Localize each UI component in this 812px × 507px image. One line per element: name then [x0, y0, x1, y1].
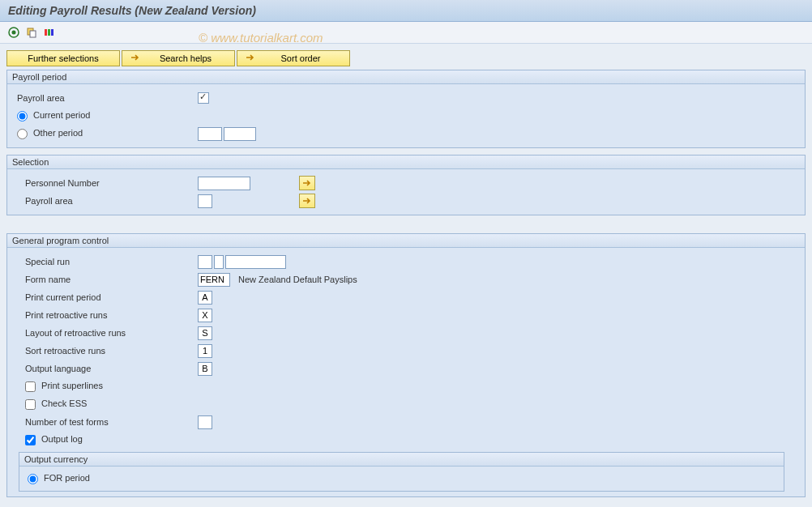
sort-retro-input[interactable]	[198, 344, 212, 358]
other-period-input-2[interactable]	[224, 127, 256, 141]
svg-rect-3	[30, 31, 36, 37]
for-period-label: FOR period	[44, 473, 90, 483]
output-lang-input[interactable]	[198, 362, 212, 376]
execute-icon[interactable]	[6, 25, 21, 40]
special-run-label: Special run	[15, 257, 198, 266]
layout-retro-input[interactable]	[198, 326, 212, 340]
arrow-right-icon	[130, 53, 140, 63]
for-period-row[interactable]: FOR period	[28, 473, 90, 484]
special-run-input-1[interactable]	[198, 255, 212, 269]
current-period-radio[interactable]	[17, 111, 28, 121]
output-lang-label: Output language	[15, 364, 198, 373]
other-period-row[interactable]: Other period	[15, 128, 198, 139]
selection-group: Selection Personnel Number Payroll area	[6, 155, 806, 215]
page-title: Editing Payroll Results (New Zealand Ver…	[0, 0, 812, 22]
svg-rect-6	[51, 29, 53, 36]
output-log-checkbox[interactable]	[25, 435, 36, 445]
current-period-label: Current period	[33, 110, 90, 120]
personnel-number-multiselect-button[interactable]	[299, 176, 315, 190]
svg-rect-4	[45, 29, 47, 36]
color-icon[interactable]	[42, 25, 57, 40]
check-ess-row[interactable]: Check ESS	[15, 398, 198, 410]
variant-icon[interactable]	[24, 25, 39, 40]
other-period-input-1[interactable]	[198, 127, 222, 141]
selection-buttons-row: Further selections Search helps Sort ord…	[6, 50, 806, 66]
group-header: General program control	[7, 234, 805, 248]
svg-rect-5	[48, 29, 50, 36]
output-currency-group: Output currency FOR period	[19, 452, 784, 492]
button-label: Further selections	[28, 53, 98, 63]
output-log-label: Output log	[41, 434, 83, 444]
general-control-group: General program control Special run Form…	[6, 233, 806, 497]
form-name-desc: New Zealand Default Payslips	[238, 275, 357, 284]
sort-order-button[interactable]: Sort order	[237, 50, 350, 66]
print-retro-input[interactable]	[198, 309, 212, 322]
button-label: Sort order	[260, 53, 341, 63]
sel-payroll-area-label: Payroll area	[15, 196, 198, 206]
sel-payroll-area-input[interactable]	[198, 194, 212, 208]
print-retro-label: Print retroactive runs	[15, 310, 198, 320]
personnel-number-input[interactable]	[198, 177, 250, 190]
sel-payroll-area-multiselect-button[interactable]	[299, 194, 315, 208]
payroll-period-group: Payroll period Payroll area Current peri…	[6, 70, 806, 148]
current-period-row[interactable]: Current period	[15, 110, 198, 121]
print-current-input[interactable]	[198, 291, 212, 305]
button-label: Search helps	[145, 53, 226, 63]
personnel-number-label: Personnel Number	[15, 178, 198, 188]
payroll-area-lookup-checkbox[interactable]	[198, 92, 209, 104]
print-superlines-label: Print superlines	[41, 381, 103, 390]
print-current-label: Print current period	[15, 292, 198, 302]
svg-point-1	[12, 31, 16, 35]
form-name-input[interactable]	[198, 273, 230, 287]
arrow-right-icon	[246, 53, 255, 63]
for-period-radio[interactable]	[28, 474, 38, 484]
num-test-forms-label: Number of test forms	[15, 417, 198, 427]
special-run-input-3[interactable]	[225, 255, 286, 269]
layout-retro-label: Layout of retroactive runs	[15, 328, 198, 338]
sort-retro-label: Sort retroactive runs	[15, 346, 198, 356]
check-ess-label: Check ESS	[41, 398, 87, 408]
app-toolbar	[0, 22, 812, 44]
output-log-row[interactable]: Output log	[15, 434, 198, 445]
num-test-forms-input[interactable]	[198, 415, 212, 429]
group-header: Selection	[7, 156, 805, 169]
print-superlines-row[interactable]: Print superlines	[15, 381, 198, 392]
other-period-label: Other period	[33, 128, 83, 138]
group-header: Output currency	[19, 453, 784, 467]
other-period-radio[interactable]	[17, 129, 28, 139]
group-header: Payroll period	[7, 70, 805, 84]
search-helps-button[interactable]: Search helps	[122, 50, 235, 66]
payroll-area-label: Payroll area	[15, 93, 198, 103]
special-run-input-2[interactable]	[214, 255, 224, 269]
further-selections-button[interactable]: Further selections	[6, 50, 120, 66]
check-ess-checkbox[interactable]	[25, 399, 36, 410]
print-superlines-checkbox[interactable]	[25, 381, 36, 392]
form-name-label: Form name	[15, 275, 198, 284]
